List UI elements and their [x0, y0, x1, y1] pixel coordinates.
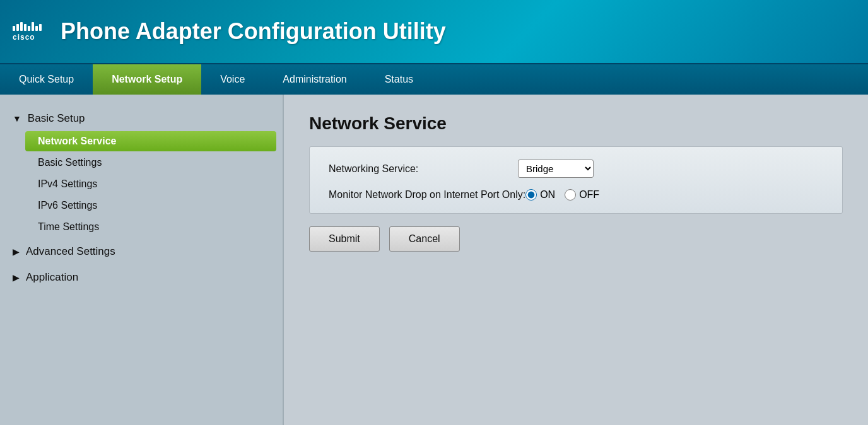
button-row: Submit Cancel: [309, 226, 843, 252]
networking-service-row: Networking Service: Bridge NAT PPPoE: [329, 160, 823, 178]
bar-icon: [35, 26, 38, 31]
bar-icon: [20, 22, 23, 31]
nav-quick-setup[interactable]: Quick Setup: [0, 64, 93, 95]
sidebar-group-basic-setup[interactable]: Basic Setup: [0, 107, 283, 130]
cisco-bars: [13, 22, 42, 31]
bar-icon: [28, 26, 30, 31]
cisco-wordmark: cisco: [13, 33, 42, 42]
nav-voice[interactable]: Voice: [201, 64, 264, 95]
chevron-down-icon: [13, 114, 21, 124]
sidebar-item-ipv6-settings[interactable]: IPv6 Settings: [25, 195, 276, 216]
monitor-network-row: Monitor Network Drop on Internet Port On…: [329, 189, 823, 201]
bar-icon: [24, 24, 26, 31]
cisco-logo: cisco: [13, 22, 42, 42]
monitor-on-text: ON: [540, 189, 555, 201]
monitor-off-label[interactable]: OFF: [565, 189, 599, 201]
networking-service-label: Networking Service:: [329, 163, 518, 175]
form-panel: Networking Service: Bridge NAT PPPoE Mon…: [309, 146, 843, 214]
sidebar-section-application: Application: [0, 266, 283, 289]
sidebar-item-basic-settings[interactable]: Basic Settings: [25, 153, 276, 173]
content-area: Network Service Networking Service: Brid…: [284, 95, 868, 425]
monitor-on-label[interactable]: ON: [525, 189, 555, 201]
main-content: Basic Setup Network Service Basic Settin…: [0, 95, 868, 425]
sidebar-item-ipv4-settings[interactable]: IPv4 Settings: [25, 174, 276, 194]
sidebar-items-basic-setup: Network Service Basic Settings IPv4 Sett…: [0, 131, 283, 237]
networking-service-select[interactable]: Bridge NAT PPPoE: [518, 160, 594, 178]
nav-network-setup[interactable]: Network Setup: [93, 64, 201, 95]
logo-area: cisco: [13, 22, 42, 42]
monitor-label: Monitor Network Drop on Internet Port On…: [329, 189, 525, 201]
monitor-off-radio[interactable]: [565, 189, 576, 201]
sidebar-group-label: Basic Setup: [28, 112, 85, 125]
bar-icon: [32, 22, 34, 31]
sidebar-group-application[interactable]: Application: [0, 266, 283, 289]
sidebar-group-label: Application: [26, 271, 78, 284]
navbar: Quick Setup Network Setup Voice Administ…: [0, 63, 868, 95]
submit-button[interactable]: Submit: [309, 226, 380, 252]
chevron-right-icon: [13, 247, 20, 257]
monitor-off-text: OFF: [579, 189, 599, 201]
header: cisco Phone Adapter Configuration Utilit…: [0, 0, 868, 63]
nav-status[interactable]: Status: [366, 64, 432, 95]
monitor-on-radio[interactable]: [525, 189, 537, 201]
cancel-button[interactable]: Cancel: [389, 226, 460, 252]
app-title: Phone Adapter Configuration Utility: [61, 18, 446, 45]
monitor-radio-group: ON OFF: [525, 189, 599, 201]
sidebar-group-label: Advanced Settings: [26, 245, 115, 258]
bar-icon: [39, 24, 42, 31]
sidebar-group-advanced-settings[interactable]: Advanced Settings: [0, 240, 283, 263]
sidebar-section-basic-setup: Basic Setup Network Service Basic Settin…: [0, 107, 283, 237]
sidebar: Basic Setup Network Service Basic Settin…: [0, 95, 284, 425]
nav-administration[interactable]: Administration: [264, 64, 365, 95]
chevron-right-icon: [13, 272, 20, 282]
sidebar-item-time-settings[interactable]: Time Settings: [25, 217, 276, 237]
bar-icon: [16, 24, 19, 31]
page-title: Network Service: [309, 114, 843, 134]
sidebar-section-advanced-settings: Advanced Settings: [0, 240, 283, 263]
bar-icon: [13, 26, 15, 31]
sidebar-item-network-service[interactable]: Network Service: [25, 131, 276, 151]
